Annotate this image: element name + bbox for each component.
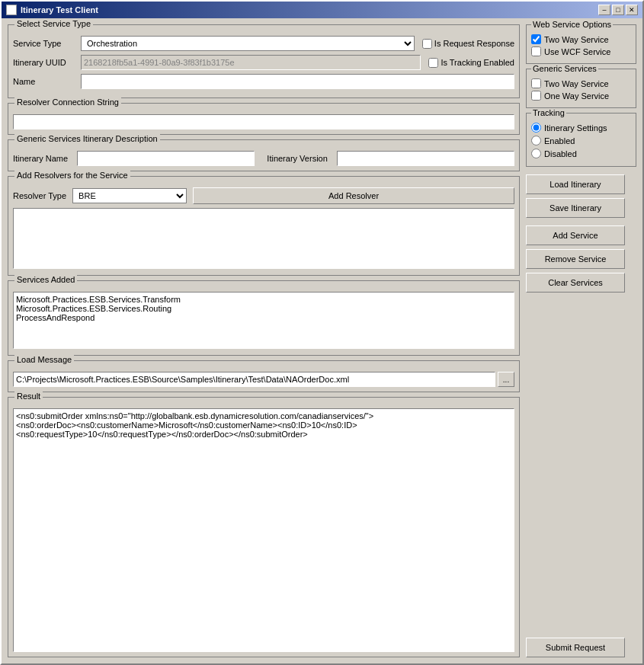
services-added-group: Services Added	[8, 280, 520, 356]
generic-services-label: Generic Services	[531, 64, 598, 73]
service-type-select-wrapper: Orchestration Messaging Routing	[81, 36, 415, 51]
itinerary-uuid-row: Itinerary UUID Is Tracking Enabled	[13, 55, 514, 70]
itinerary-name-row: Itinerary Name Itinerary Version	[13, 151, 514, 166]
is-request-response-label: Is Request Response	[434, 39, 514, 48]
clear-services-button[interactable]: Clear Services	[526, 273, 625, 293]
resolver-text-area[interactable]	[13, 208, 514, 269]
service-type-select[interactable]: Orchestration Messaging Routing	[81, 36, 415, 51]
submit-request-button[interactable]: Submit Request	[526, 638, 625, 657]
service-type-row: Service Type Orchestration Messaging Rou…	[13, 36, 514, 51]
services-added-textarea[interactable]	[13, 292, 514, 349]
generic-two-way-checkbox[interactable]	[531, 78, 541, 88]
services-added-label: Services Added	[14, 275, 77, 284]
add-service-button[interactable]: Add Service	[526, 225, 625, 245]
resolver-type-label: Resolver Type	[13, 191, 66, 200]
submit-button-container: Submit Request	[526, 638, 636, 657]
window-body: Select Service Type Service Type Orchest…	[2, 18, 642, 663]
two-way-service-checkbox[interactable]	[531, 34, 541, 44]
tracking-disabled-row: Disabled	[531, 149, 631, 158]
title-bar: ▣ Itinerary Test Client – □ ✕	[2, 2, 642, 18]
is-tracking-enabled-checkbox[interactable]	[428, 58, 438, 68]
generic-one-way-checkbox[interactable]	[531, 91, 541, 101]
resolver-type-row: Resolver Type BRE UDDI Static Add Resolv…	[13, 187, 514, 204]
tracking-group: Tracking Itinerary Settings Enabled Disa…	[526, 113, 636, 167]
result-textarea[interactable]	[13, 408, 514, 652]
use-wcf-service-row: Use WCF Service	[531, 46, 631, 56]
load-message-group: Load Message ...	[8, 360, 520, 392]
service-buttons-section: Add Service Remove Service Clear Service…	[526, 225, 636, 293]
use-wcf-service-checkbox[interactable]	[531, 46, 541, 56]
itinerary-uuid-label: Itinerary UUID	[13, 58, 78, 67]
itinerary-version-input[interactable]	[337, 151, 514, 166]
two-way-service-label: Two Way Service	[544, 35, 609, 44]
remove-service-button[interactable]: Remove Service	[526, 249, 625, 269]
web-service-options-label: Web Service Options	[531, 20, 613, 29]
tracking-enabled-radio[interactable]	[531, 136, 541, 145]
browse-button[interactable]: ...	[498, 372, 514, 387]
main-window: ▣ Itinerary Test Client – □ ✕ Select Ser…	[0, 0, 644, 665]
itinerary-settings-label: Itinerary Settings	[544, 123, 607, 133]
add-resolvers-label: Add Resolvers for the Service	[14, 171, 130, 180]
app-icon: ▣	[6, 5, 17, 15]
service-type-label: Service Type	[13, 39, 78, 48]
is-tracking-enabled-container: Is Tracking Enabled	[428, 58, 514, 68]
tracking-enabled-label: Enabled	[544, 136, 575, 145]
result-group: Result	[8, 397, 520, 657]
itinerary-name-input[interactable]	[77, 151, 255, 166]
window-title: Itinerary Test Client	[21, 5, 98, 14]
right-buttons-section: Load Itinerary Save Itinerary	[526, 174, 636, 218]
tracking-disabled-label: Disabled	[544, 149, 577, 158]
resolver-connection-string-group: Resolver Connection String	[8, 103, 520, 135]
is-tracking-enabled-label: Is Tracking Enabled	[441, 58, 514, 67]
minimize-button[interactable]: –	[598, 5, 610, 15]
restore-button[interactable]: □	[612, 5, 624, 15]
left-panel: Select Service Type Service Type Orchest…	[8, 24, 520, 657]
resolver-connection-string-label: Resolver Connection String	[14, 98, 121, 107]
generic-two-way-row: Two Way Service	[531, 78, 631, 88]
generic-services-itinerary-group: Generic Services Itinerary Description I…	[8, 139, 520, 171]
two-way-service-row: Two Way Service	[531, 34, 631, 44]
resolver-type-select-wrapper: BRE UDDI Static	[72, 188, 187, 203]
generic-one-way-row: One Way Service	[531, 91, 631, 101]
use-wcf-service-label: Use WCF Service	[544, 47, 610, 56]
select-service-type-group: Select Service Type Service Type Orchest…	[8, 24, 520, 98]
load-message-row: ...	[13, 372, 514, 387]
right-panel: Web Service Options Two Way Service Use …	[526, 24, 636, 657]
resolver-type-select[interactable]: BRE UDDI Static	[72, 188, 187, 203]
generic-services-itinerary-label: Generic Services Itinerary Description	[14, 134, 160, 143]
title-bar-left: ▣ Itinerary Test Client	[6, 5, 98, 15]
title-bar-buttons: – □ ✕	[598, 5, 638, 15]
generic-services-group: Generic Services Two Way Service One Way…	[526, 69, 636, 108]
itinerary-uuid-input[interactable]	[81, 55, 421, 70]
save-itinerary-button[interactable]: Save Itinerary	[526, 198, 625, 218]
resolver-connection-string-input[interactable]	[13, 114, 514, 129]
name-row: Name	[13, 74, 514, 89]
generic-one-way-label: One Way Service	[544, 91, 609, 101]
generic-two-way-label: Two Way Service	[544, 79, 609, 88]
name-input[interactable]	[81, 74, 514, 89]
tracking-disabled-radio[interactable]	[531, 149, 541, 158]
load-itinerary-button[interactable]: Load Itinerary	[526, 174, 625, 194]
itinerary-settings-radio[interactable]	[531, 123, 541, 133]
add-resolver-button[interactable]: Add Resolver	[193, 187, 514, 204]
result-label: Result	[14, 392, 43, 401]
itinerary-version-label: Itinerary Version	[267, 154, 327, 163]
is-request-response-container: Is Request Response	[422, 39, 514, 49]
add-resolvers-group: Add Resolvers for the Service Resolver T…	[8, 176, 520, 276]
is-request-response-checkbox[interactable]	[422, 39, 432, 49]
tracking-enabled-row: Enabled	[531, 136, 631, 145]
load-message-input[interactable]	[13, 372, 495, 387]
close-button[interactable]: ✕	[626, 5, 638, 15]
load-message-label: Load Message	[14, 355, 74, 364]
itinerary-settings-row: Itinerary Settings	[531, 123, 631, 133]
name-label: Name	[13, 77, 78, 86]
select-service-type-label: Select Service Type	[14, 19, 93, 28]
itinerary-name-label: Itinerary Name	[13, 154, 68, 163]
web-service-options-group: Web Service Options Two Way Service Use …	[526, 24, 636, 64]
right-spacer	[526, 297, 636, 633]
tracking-label: Tracking	[531, 108, 566, 117]
